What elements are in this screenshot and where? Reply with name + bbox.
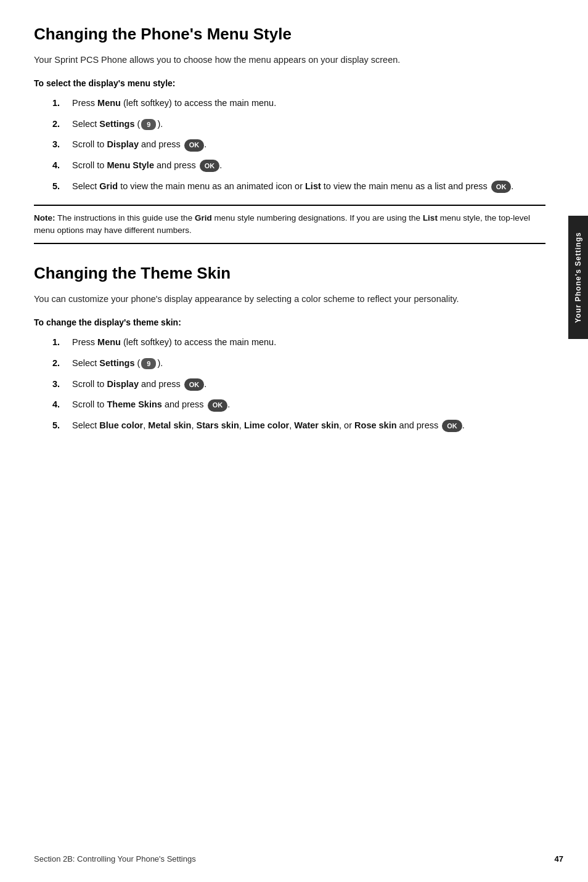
keyword-list: List <box>305 181 321 191</box>
section1-intro: Your Sprint PCS Phone allows you to choo… <box>34 54 539 67</box>
keyword-metalskin: Metal skin <box>148 420 191 430</box>
ok-badge: OK <box>200 160 220 172</box>
section1-step-1: 1. Press Menu (left softkey) to access t… <box>52 97 551 110</box>
step-content: Select Blue color, Metal skin, Stars ski… <box>72 419 551 433</box>
side-tab: Your Phone's Settings <box>568 216 588 339</box>
keyword-limecolor: Lime color <box>244 420 289 430</box>
page-footer: Section 2B: Controlling Your Phone's Set… <box>34 854 563 864</box>
keyword-themeskins: Theme Skins <box>107 399 161 409</box>
section2-step-2: 2. Select Settings (9). <box>52 357 551 370</box>
keyword-starsskin: Stars skin <box>196 420 239 430</box>
note-box: Note: The instructions in this guide use… <box>34 205 545 245</box>
keyword-waterskin: Water skin <box>294 420 339 430</box>
section2-step-4: 4. Scroll to Theme Skins and press OK. <box>52 398 551 412</box>
step-num: 4. <box>52 398 72 412</box>
step-num: 5. <box>52 419 72 433</box>
settings-badge: 9 <box>141 119 156 130</box>
keyword-roseskin: Rose skin <box>354 420 397 430</box>
section2-step-1: 1. Press Menu (left softkey) to access t… <box>52 336 551 349</box>
keyword-menu: Menu <box>97 98 121 108</box>
step-content: Scroll to Menu Style and press OK. <box>72 159 551 173</box>
keyword-display: Display <box>107 379 139 389</box>
section1-title: Changing the Phone's Menu Style <box>34 25 551 44</box>
step-num: 1. <box>52 97 72 110</box>
step-content: Select Settings (9). <box>72 357 551 370</box>
section1-step-5: 5. Select Grid to view the main menu as … <box>52 180 551 194</box>
side-tab-text: Your Phone's Settings <box>574 232 582 323</box>
step-num: 5. <box>52 180 72 194</box>
section1-steps: 1. Press Menu (left softkey) to access t… <box>52 97 551 194</box>
keyword-menu: Menu <box>97 337 121 347</box>
section2-title: Changing the Theme Skin <box>34 264 551 283</box>
step-content: Press Menu (left softkey) to access the … <box>72 336 551 349</box>
section1-step-4: 4. Scroll to Menu Style and press OK. <box>52 159 551 173</box>
ok-badge: OK <box>491 181 512 193</box>
keyword-settings: Settings <box>99 358 134 368</box>
ok-badge: OK <box>184 139 205 152</box>
note-text: The instructions in this guide use the G… <box>34 213 530 235</box>
keyword-display: Display <box>107 139 139 149</box>
step-content: Select Grid to view the main menu as an … <box>72 180 551 194</box>
keyword-menustyle: Menu Style <box>107 160 154 170</box>
settings-badge: 9 <box>141 358 156 369</box>
keyword-settings: Settings <box>99 119 134 129</box>
section2-step-5: 5. Select Blue color, Metal skin, Stars … <box>52 419 551 433</box>
section2-subheading: To change the display's theme skin: <box>34 317 551 327</box>
footer-section: Section 2B: Controlling Your Phone's Set… <box>34 854 196 864</box>
note-grid: Grid <box>195 213 212 223</box>
step-num: 2. <box>52 357 72 370</box>
step-content: Scroll to Display and press OK. <box>72 378 551 391</box>
ok-badge: OK <box>442 420 462 432</box>
step-content: Scroll to Theme Skins and press OK. <box>72 398 551 412</box>
footer-page-number: 47 <box>555 854 563 864</box>
section2-intro: You can customize your phone's display a… <box>34 293 539 306</box>
note-list: List <box>423 213 438 223</box>
step-content: Press Menu (left softkey) to access the … <box>72 97 551 110</box>
ok-badge: OK <box>208 399 228 412</box>
keyword-bluecolor: Blue color <box>99 420 143 430</box>
section1-subheading: To select the display's menu style: <box>34 78 551 88</box>
step-num: 4. <box>52 159 72 173</box>
section1-step-2: 2. Select Settings (9). <box>52 118 551 131</box>
keyword-grid: Grid <box>99 181 118 191</box>
step-num: 1. <box>52 336 72 349</box>
step-content: Select Settings (9). <box>72 118 551 131</box>
page-container: Your Phone's Settings Changing the Phone… <box>0 0 588 882</box>
step-num: 3. <box>52 378 72 391</box>
section2-step-3: 3. Scroll to Display and press OK. <box>52 378 551 391</box>
ok-badge: OK <box>184 378 205 391</box>
note-label: Note: <box>34 213 55 223</box>
step-num: 3. <box>52 138 72 152</box>
step-num: 2. <box>52 118 72 131</box>
step-content: Scroll to Display and press OK. <box>72 138 551 152</box>
section2-steps: 1. Press Menu (left softkey) to access t… <box>52 336 551 433</box>
section1-step-3: 3. Scroll to Display and press OK. <box>52 138 551 152</box>
